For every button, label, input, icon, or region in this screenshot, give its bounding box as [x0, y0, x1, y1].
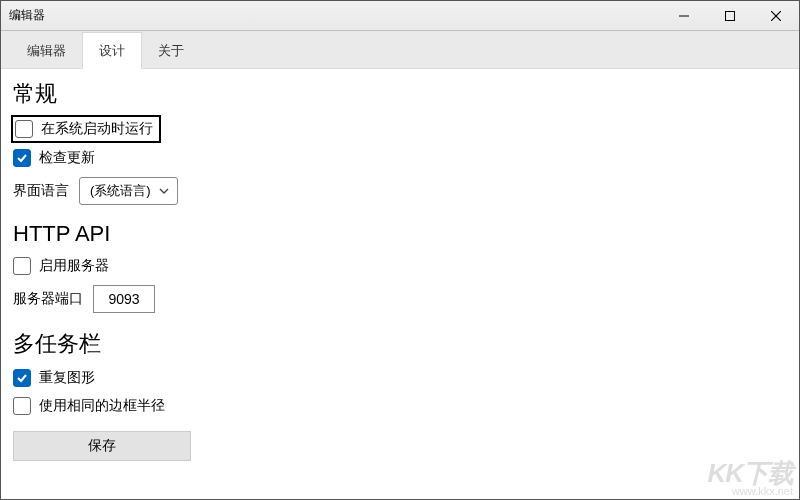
maximize-button[interactable]	[707, 1, 753, 30]
repeat-shape-row[interactable]: 重复图形	[13, 367, 795, 389]
content-area[interactable]: 常规 在系统启动时运行 检查更新 界面语言 (系统语言)	[1, 69, 799, 499]
window-controls	[661, 1, 799, 30]
section-http-api: HTTP API 启用服务器 服务器端口	[13, 221, 795, 315]
save-button-label: 保存	[88, 437, 116, 455]
section-http-api-title: HTTP API	[13, 221, 795, 247]
run-on-startup-row[interactable]: 在系统启动时运行	[13, 117, 159, 141]
language-value: (系统语言)	[90, 182, 151, 200]
section-multi-taskbar: 多任务栏 重复图形 使用相同的边框半径	[13, 329, 795, 417]
same-radius-row[interactable]: 使用相同的边框半径	[13, 395, 795, 417]
same-radius-label: 使用相同的边框半径	[39, 397, 165, 415]
run-on-startup-label: 在系统启动时运行	[41, 120, 153, 138]
minimize-button[interactable]	[661, 1, 707, 30]
close-button[interactable]	[753, 1, 799, 30]
tab-about[interactable]: 关于	[142, 33, 200, 68]
server-port-label: 服务器端口	[13, 290, 83, 308]
chevron-down-icon	[159, 188, 169, 194]
window-title: 编辑器	[1, 7, 45, 24]
check-updates-checkbox[interactable]	[13, 149, 31, 167]
svg-rect-1	[726, 11, 735, 20]
check-updates-label: 检查更新	[39, 149, 95, 167]
repeat-shape-checkbox[interactable]	[13, 369, 31, 387]
same-radius-checkbox[interactable]	[13, 397, 31, 415]
tabbar: 编辑器 设计 关于	[1, 31, 799, 69]
language-label: 界面语言	[13, 182, 69, 200]
enable-server-row[interactable]: 启用服务器	[13, 255, 795, 277]
section-multi-taskbar-title: 多任务栏	[13, 329, 795, 359]
section-general: 常规 在系统启动时运行 检查更新 界面语言 (系统语言)	[13, 79, 795, 207]
tab-editor[interactable]: 编辑器	[11, 33, 82, 68]
server-port-input[interactable]	[93, 285, 155, 313]
titlebar: 编辑器	[1, 1, 799, 31]
section-general-title: 常规	[13, 79, 795, 109]
enable-server-checkbox[interactable]	[13, 257, 31, 275]
repeat-shape-label: 重复图形	[39, 369, 95, 387]
enable-server-label: 启用服务器	[39, 257, 109, 275]
run-on-startup-checkbox[interactable]	[15, 120, 33, 138]
check-updates-row[interactable]: 检查更新	[13, 147, 795, 169]
server-port-row: 服务器端口	[13, 283, 795, 315]
app-window: 编辑器 编辑器 设计 关于 常规 在系	[0, 0, 800, 500]
save-button[interactable]: 保存	[13, 431, 191, 461]
language-select[interactable]: (系统语言)	[79, 177, 178, 205]
language-row: 界面语言 (系统语言)	[13, 175, 795, 207]
tab-design[interactable]: 设计	[82, 32, 142, 69]
